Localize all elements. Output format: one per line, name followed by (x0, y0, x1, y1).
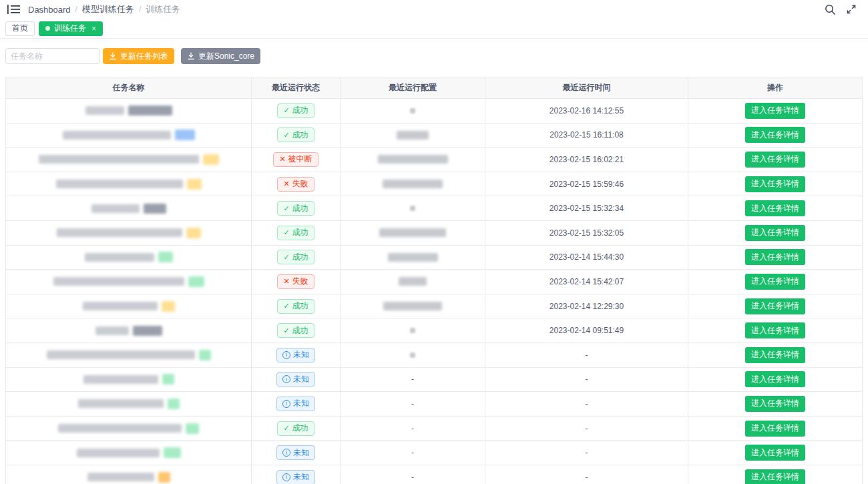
enter-task-detail-button[interactable]: 进入任务详情 (745, 298, 805, 314)
enter-task-detail-button[interactable]: 进入任务详情 (745, 127, 805, 143)
status-label: 未知 (293, 398, 309, 409)
enter-task-detail-button[interactable]: 进入任务详情 (745, 200, 805, 216)
status-label: 成功 (292, 130, 308, 141)
enter-task-detail-button[interactable]: 进入任务详情 (745, 371, 805, 387)
table-row: ✕被中断2023-02-15 16:02:21进入任务详情 (6, 148, 862, 172)
status-badge-failed: ✕失败 (277, 274, 314, 289)
table-row: i未知--进入任务详情 (6, 368, 862, 393)
x-icon: ✕ (283, 180, 289, 188)
x-icon: ✕ (283, 278, 289, 285)
config-cell (341, 343, 485, 367)
fullscreen-button[interactable] (843, 2, 860, 17)
enter-task-detail-button[interactable]: 进入任务详情 (745, 152, 805, 168)
task-name-redacted (83, 302, 158, 310)
enter-task-detail-button[interactable]: 进入任务详情 (745, 469, 805, 484)
update-task-list-label: 更新任务列表 (120, 51, 168, 62)
task-name-redacted (77, 449, 160, 457)
main-content: 更新任务列表 更新Sonic_core 任务名称 最近运行状态 最近运行配置 最… (0, 39, 868, 484)
action-cell: 进入任务详情 (688, 270, 862, 294)
header-last-run-config: 最近运行配置 (341, 77, 485, 98)
breadcrumb-dashboard[interactable]: Dashboard (28, 5, 71, 15)
config-empty-value: - (411, 375, 414, 384)
status-cell: ✓成功 (252, 221, 341, 245)
task-name-input[interactable] (5, 48, 100, 64)
search-icon (825, 4, 836, 15)
task-tag-blue (175, 130, 195, 140)
enter-task-detail-button[interactable]: 进入任务详情 (745, 421, 805, 437)
config-redacted (410, 108, 415, 113)
task-tag-green (158, 252, 173, 262)
enter-task-detail-button[interactable]: 进入任务详情 (745, 274, 805, 290)
last-run-time: 2023-02-15 15:32:34 (485, 196, 688, 220)
download-icon (109, 52, 117, 60)
last-run-time: - (485, 417, 688, 441)
status-label: 成功 (292, 300, 308, 312)
status-label: 未知 (293, 471, 309, 483)
enter-task-detail-button[interactable]: 进入任务详情 (745, 103, 805, 119)
status-label: 成功 (292, 423, 308, 434)
status-cell: ✓成功 (252, 124, 341, 148)
status-cell: ✕失败 (252, 270, 341, 294)
enter-task-detail-button[interactable]: 进入任务详情 (745, 249, 805, 265)
header-last-run-status: 最近运行状态 (252, 77, 341, 98)
config-redacted (410, 352, 415, 358)
action-cell: 进入任务详情 (688, 368, 862, 392)
task-tag-yellow (203, 154, 219, 165)
status-badge-success: ✓成功 (277, 421, 314, 436)
action-cell: 进入任务详情 (688, 441, 862, 465)
task-name-cell (6, 246, 252, 270)
config-cell (341, 294, 485, 318)
status-label: 未知 (293, 374, 309, 385)
breadcrumb: Dashboard / 模型训练任务 / 训练任务 (28, 3, 180, 15)
collapse-menu-button[interactable] (5, 2, 21, 17)
enter-task-detail-button[interactable]: 进入任务详情 (745, 445, 805, 461)
task-tag-orange (158, 472, 170, 483)
task-tag-green (162, 374, 174, 385)
config-cell (341, 246, 485, 270)
breadcrumb-model-training[interactable]: 模型训练任务 (82, 3, 134, 15)
task-name-redacted (83, 375, 158, 384)
tasks-table: 任务名称 最近运行状态 最近运行配置 最近运行时间 操作 ✓成功2023-02-… (5, 77, 863, 484)
enter-task-detail-button[interactable]: 进入任务详情 (745, 322, 805, 338)
last-run-time: 2023-02-15 15:59:46 (485, 172, 688, 196)
enter-task-detail-button[interactable]: 进入任务详情 (745, 176, 805, 192)
last-run-time: 2023-02-15 15:32:05 (485, 221, 688, 245)
action-cell: 进入任务详情 (688, 294, 862, 318)
last-run-time: - (485, 441, 688, 465)
status-badge-success: ✓成功 (277, 226, 314, 240)
status-label: 被中断 (288, 154, 312, 165)
search-button[interactable] (821, 2, 839, 17)
config-redacted (383, 302, 442, 310)
enter-task-detail-button[interactable]: 进入任务详情 (745, 396, 805, 412)
task-name-redacted (87, 473, 154, 481)
tab-close-icon[interactable]: × (91, 25, 96, 33)
tab-home[interactable]: 首页 (5, 21, 35, 36)
action-cell: 进入任务详情 (688, 392, 862, 416)
task-name-redacted (78, 399, 164, 408)
status-badge-unknown: i未知 (276, 348, 315, 362)
task-name-redacted (91, 204, 140, 213)
task-name-cell (6, 99, 252, 123)
config-cell (341, 172, 485, 196)
config-cell (341, 148, 485, 172)
breadcrumb-separator: / (139, 5, 141, 14)
tab-training-tasks[interactable]: 训练任务 × (39, 21, 103, 36)
config-cell: - (341, 441, 485, 465)
enter-task-detail-button[interactable]: 进入任务详情 (745, 225, 805, 241)
status-cell: i未知 (252, 465, 341, 484)
info-icon: i (282, 375, 290, 383)
enter-task-detail-button[interactable]: 进入任务详情 (745, 347, 805, 363)
task-name-cell (6, 270, 252, 294)
config-cell: - (341, 392, 485, 416)
task-name-redacted (85, 106, 124, 115)
table-header-row: 任务名称 最近运行状态 最近运行配置 最近运行时间 操作 (6, 77, 862, 99)
config-redacted (397, 131, 429, 140)
action-cell: 进入任务详情 (688, 465, 862, 484)
status-cell: i未知 (252, 343, 341, 367)
task-name-cell (6, 124, 252, 148)
header-task-name: 任务名称 (6, 77, 252, 98)
last-run-time: 2023-02-14 12:29:30 (485, 294, 688, 318)
update-task-list-button[interactable]: 更新任务列表 (103, 48, 174, 64)
config-cell: - (341, 417, 485, 441)
update-sonic-core-button[interactable]: 更新Sonic_core (181, 48, 260, 64)
